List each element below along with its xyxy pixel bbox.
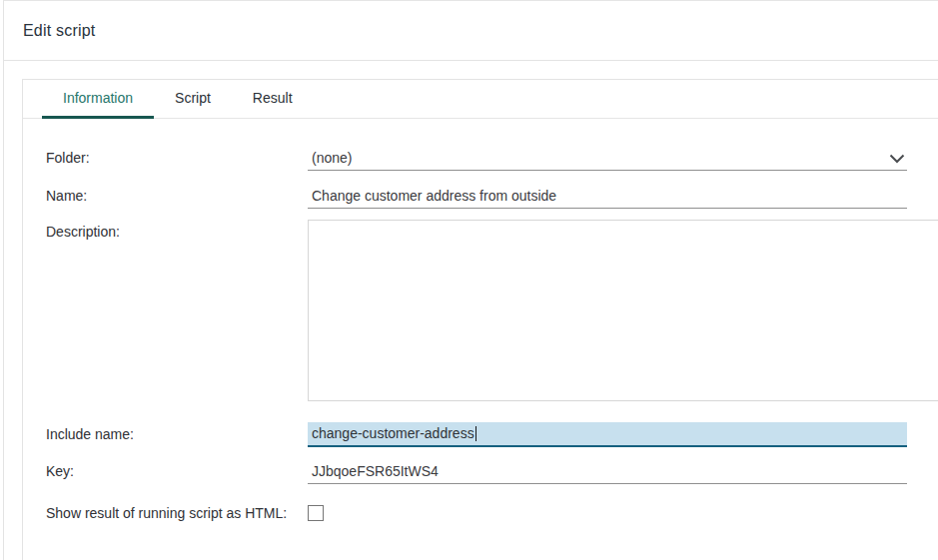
tab-result[interactable]: Result [232,80,314,119]
show-html-checkbox[interactable] [308,505,324,521]
folder-field-wrap: (none) [308,146,907,171]
page-title: Edit script [23,22,95,40]
include-name-input-value: change-customer-address [312,425,474,441]
folder-select[interactable]: (none) [308,146,907,171]
include-name-field-wrap: change-customer-address [308,422,907,447]
edit-script-dialog: Edit script Information Script Result Fo… [3,0,938,560]
key-row: Key: JJbqoeFSR65ItWS4 [46,459,938,484]
tab-information[interactable]: Information [42,80,154,119]
key-input-value: JJbqoeFSR65ItWS4 [312,463,439,479]
folder-row: Folder: (none) [46,146,938,171]
folder-selected-value: (none) [312,150,352,166]
tab-script-label: Script [175,90,211,106]
include-name-label: Include name: [46,422,308,447]
description-label: Description: [46,220,308,401]
include-name-row: Include name: change-customer-address [46,422,938,447]
description-field-wrap [308,220,938,401]
key-label: Key: [46,459,308,484]
dialog-body: Information Script Result Folder: (none) [4,61,938,560]
name-row: Name: Change customer address from outsi… [46,184,938,209]
description-row: Description: [46,220,938,401]
show-html-row: Show result of running script as HTML: [46,505,938,525]
key-input[interactable]: JJbqoeFSR65ItWS4 [308,459,907,484]
include-name-input[interactable]: change-customer-address [308,422,907,447]
dialog-header: Edit script [4,1,938,61]
name-label: Name: [46,184,308,209]
tab-bar: Information Script Result [23,80,938,119]
description-textarea[interactable] [308,220,938,401]
folder-label: Folder: [46,146,308,171]
script-editor-panel: Information Script Result Folder: (none) [22,79,938,560]
tab-script[interactable]: Script [154,80,232,119]
name-input[interactable]: Change customer address from outside [308,184,907,209]
information-form: Folder: (none) Name: Change customer add… [23,119,938,525]
show-html-label: Show result of running script as HTML: [46,505,308,522]
tab-information-label: Information [63,90,133,106]
text-cursor [475,426,476,441]
name-field-wrap: Change customer address from outside [308,184,907,209]
show-html-field-wrap [308,505,324,525]
key-field-wrap: JJbqoeFSR65ItWS4 [308,459,907,484]
chevron-down-icon [889,154,905,164]
tab-result-label: Result [253,90,293,106]
name-input-value: Change customer address from outside [312,188,556,204]
